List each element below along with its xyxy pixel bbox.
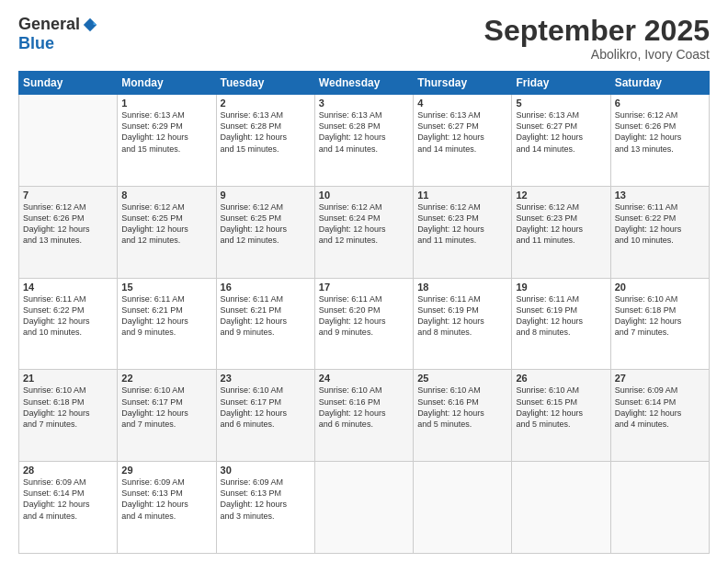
day-number: 20: [615, 282, 705, 293]
day-number: 14: [23, 282, 113, 293]
day-info: Sunrise: 6:13 AM Sunset: 6:28 PM Dayligh…: [319, 109, 409, 155]
day-info: Sunrise: 6:10 AM Sunset: 6:18 PM Dayligh…: [23, 385, 113, 430]
day-number: 28: [23, 465, 113, 476]
day-number: 25: [417, 373, 507, 384]
weekday-header-row: Sunday Monday Tuesday Wednesday Thursday…: [19, 72, 710, 95]
calendar-week-row: 7Sunrise: 6:12 AM Sunset: 6:26 PM Daylig…: [19, 186, 710, 278]
day-info: Sunrise: 6:10 AM Sunset: 6:18 PM Dayligh…: [615, 293, 705, 339]
day-info: Sunrise: 6:12 AM Sunset: 6:25 PM Dayligh…: [221, 201, 311, 247]
header-tuesday: Tuesday: [216, 72, 314, 95]
day-info: Sunrise: 6:12 AM Sunset: 6:26 PM Dayligh…: [23, 201, 113, 247]
table-row: 7Sunrise: 6:12 AM Sunset: 6:26 PM Daylig…: [19, 186, 118, 278]
day-info: Sunrise: 6:12 AM Sunset: 6:25 PM Dayligh…: [121, 201, 211, 247]
logo-icon: [82, 17, 98, 33]
day-info: Sunrise: 6:12 AM Sunset: 6:23 PM Dayligh…: [417, 201, 507, 247]
table-row: [610, 462, 709, 554]
header-friday: Friday: [512, 72, 610, 95]
day-number: 18: [417, 282, 507, 293]
header-saturday: Saturday: [610, 72, 709, 95]
logo-general: General: [18, 15, 80, 34]
header-monday: Monday: [118, 72, 216, 95]
day-info: Sunrise: 6:11 AM Sunset: 6:22 PM Dayligh…: [615, 201, 705, 247]
day-info: Sunrise: 6:11 AM Sunset: 6:21 PM Dayligh…: [221, 293, 311, 339]
calendar: Sunday Monday Tuesday Wednesday Thursday…: [18, 71, 710, 554]
table-row: [512, 462, 610, 554]
calendar-week-row: 21Sunrise: 6:10 AM Sunset: 6:18 PM Dayli…: [19, 370, 710, 462]
table-row: 28Sunrise: 6:09 AM Sunset: 6:14 PM Dayli…: [19, 462, 118, 554]
day-number: 6: [615, 98, 705, 109]
day-number: 10: [319, 190, 409, 201]
table-row: [414, 462, 512, 554]
table-row: 18Sunrise: 6:11 AM Sunset: 6:19 PM Dayli…: [414, 278, 512, 370]
day-number: 15: [121, 282, 211, 293]
table-row: 14Sunrise: 6:11 AM Sunset: 6:22 PM Dayli…: [19, 278, 118, 370]
table-row: 6Sunrise: 6:12 AM Sunset: 6:26 PM Daylig…: [610, 95, 709, 187]
table-row: 5Sunrise: 6:13 AM Sunset: 6:27 PM Daylig…: [512, 95, 610, 187]
table-row: 20Sunrise: 6:10 AM Sunset: 6:18 PM Dayli…: [610, 278, 709, 370]
header: General Blue September 2025 Abolikro, Iv…: [18, 15, 710, 62]
day-number: 24: [319, 373, 409, 384]
day-number: 12: [516, 190, 606, 201]
day-number: 17: [319, 282, 409, 293]
day-number: 13: [615, 190, 705, 201]
table-row: 19Sunrise: 6:11 AM Sunset: 6:19 PM Dayli…: [512, 278, 610, 370]
table-row: 3Sunrise: 6:13 AM Sunset: 6:28 PM Daylig…: [314, 95, 413, 187]
day-info: Sunrise: 6:09 AM Sunset: 6:13 PM Dayligh…: [221, 477, 311, 522]
day-number: 8: [121, 190, 211, 201]
day-number: 21: [23, 373, 113, 384]
day-info: Sunrise: 6:12 AM Sunset: 6:26 PM Dayligh…: [615, 109, 705, 155]
calendar-week-row: 14Sunrise: 6:11 AM Sunset: 6:22 PM Dayli…: [19, 278, 710, 370]
day-number: 23: [221, 373, 311, 384]
table-row: 25Sunrise: 6:10 AM Sunset: 6:16 PM Dayli…: [414, 370, 512, 462]
header-wednesday: Wednesday: [314, 72, 413, 95]
day-info: Sunrise: 6:12 AM Sunset: 6:24 PM Dayligh…: [319, 201, 409, 247]
day-info: Sunrise: 6:10 AM Sunset: 6:16 PM Dayligh…: [319, 385, 409, 430]
day-info: Sunrise: 6:10 AM Sunset: 6:15 PM Dayligh…: [516, 385, 606, 430]
day-info: Sunrise: 6:11 AM Sunset: 6:20 PM Dayligh…: [319, 293, 409, 339]
page: General Blue September 2025 Abolikro, Iv…: [0, 0, 728, 563]
day-number: 22: [121, 373, 211, 384]
table-row: 10Sunrise: 6:12 AM Sunset: 6:24 PM Dayli…: [314, 186, 413, 278]
day-info: Sunrise: 6:13 AM Sunset: 6:29 PM Dayligh…: [121, 109, 211, 155]
month-title: September 2025: [484, 15, 710, 47]
table-row: 30Sunrise: 6:09 AM Sunset: 6:13 PM Dayli…: [216, 462, 314, 554]
day-number: 9: [221, 190, 311, 201]
table-row: 16Sunrise: 6:11 AM Sunset: 6:21 PM Dayli…: [216, 278, 314, 370]
table-row: 23Sunrise: 6:10 AM Sunset: 6:17 PM Dayli…: [216, 370, 314, 462]
table-row: 24Sunrise: 6:10 AM Sunset: 6:16 PM Dayli…: [314, 370, 413, 462]
day-number: 30: [221, 465, 311, 476]
day-info: Sunrise: 6:12 AM Sunset: 6:23 PM Dayligh…: [516, 201, 606, 247]
calendar-week-row: 28Sunrise: 6:09 AM Sunset: 6:14 PM Dayli…: [19, 462, 710, 554]
day-number: 4: [417, 98, 507, 109]
day-info: Sunrise: 6:11 AM Sunset: 6:19 PM Dayligh…: [516, 293, 606, 339]
day-number: 19: [516, 282, 606, 293]
table-row: 12Sunrise: 6:12 AM Sunset: 6:23 PM Dayli…: [512, 186, 610, 278]
day-info: Sunrise: 6:11 AM Sunset: 6:22 PM Dayligh…: [23, 293, 113, 339]
table-row: 9Sunrise: 6:12 AM Sunset: 6:25 PM Daylig…: [216, 186, 314, 278]
day-info: Sunrise: 6:13 AM Sunset: 6:27 PM Dayligh…: [417, 109, 507, 155]
day-info: Sunrise: 6:10 AM Sunset: 6:17 PM Dayligh…: [121, 385, 211, 430]
day-number: 1: [121, 98, 211, 109]
day-info: Sunrise: 6:11 AM Sunset: 6:21 PM Dayligh…: [121, 293, 211, 339]
day-info: Sunrise: 6:09 AM Sunset: 6:14 PM Dayligh…: [615, 385, 705, 430]
table-row: 11Sunrise: 6:12 AM Sunset: 6:23 PM Dayli…: [414, 186, 512, 278]
table-row: 22Sunrise: 6:10 AM Sunset: 6:17 PM Dayli…: [118, 370, 216, 462]
day-number: 2: [221, 98, 311, 109]
table-row: 27Sunrise: 6:09 AM Sunset: 6:14 PM Dayli…: [610, 370, 709, 462]
table-row: 29Sunrise: 6:09 AM Sunset: 6:13 PM Dayli…: [118, 462, 216, 554]
day-number: 16: [221, 282, 311, 293]
table-row: 21Sunrise: 6:10 AM Sunset: 6:18 PM Dayli…: [19, 370, 118, 462]
day-number: 7: [23, 190, 113, 201]
calendar-week-row: 1Sunrise: 6:13 AM Sunset: 6:29 PM Daylig…: [19, 95, 710, 187]
logo-blue: Blue: [18, 34, 54, 53]
table-row: 1Sunrise: 6:13 AM Sunset: 6:29 PM Daylig…: [118, 95, 216, 187]
location: Abolikro, Ivory Coast: [484, 47, 710, 62]
table-row: 15Sunrise: 6:11 AM Sunset: 6:21 PM Dayli…: [118, 278, 216, 370]
table-row: 17Sunrise: 6:11 AM Sunset: 6:20 PM Dayli…: [314, 278, 413, 370]
header-thursday: Thursday: [414, 72, 512, 95]
header-sunday: Sunday: [19, 72, 118, 95]
day-info: Sunrise: 6:09 AM Sunset: 6:14 PM Dayligh…: [23, 477, 113, 522]
table-row: 2Sunrise: 6:13 AM Sunset: 6:28 PM Daylig…: [216, 95, 314, 187]
table-row: [314, 462, 413, 554]
title-block: September 2025 Abolikro, Ivory Coast: [484, 15, 710, 62]
